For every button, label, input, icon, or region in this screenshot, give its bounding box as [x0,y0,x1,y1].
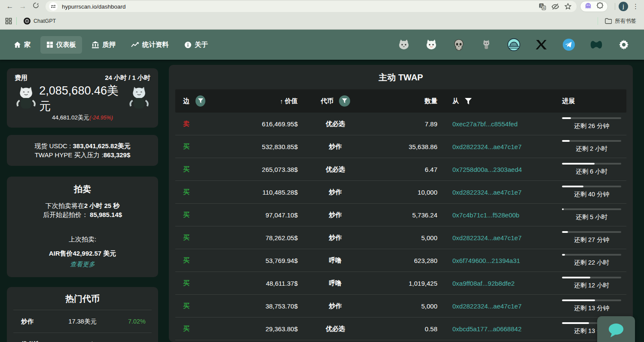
bookmark-chatgpt[interactable]: ChatGPT [21,16,58,26]
cat-icon-1[interactable] [397,38,410,51]
all-bookmarks-button[interactable]: 所有书签 [602,16,639,26]
profile-avatar[interactable]: j [619,2,628,11]
ghost-extension-icon[interactable] [584,2,592,11]
address-link[interactable]: 0xec27a7bf...c8554fed [452,120,518,128]
auction-next-time: 2 小时 25 秒 [84,202,120,209]
bridge-icon[interactable] [507,38,520,51]
toolbar-separator [615,3,615,10]
time-remaining: 还剩 6 小时 [562,168,621,176]
hot-token-row[interactable]: 优必选 89,810$ 7.03% [13,333,152,342]
progress-bar [562,163,621,165]
address-link[interactable]: 0x6f749600...21394a31 [452,257,520,264]
x-twitter-icon[interactable] [535,38,548,51]
hot-token-row[interactable]: 炒作 17.38美元 7.02% [13,310,152,333]
nav-item-stats[interactable]: 统计资料 [125,36,175,54]
address-link[interactable]: 0xd2822324...ae47c1e7 [452,302,522,310]
table-row[interactable]: 买 38,753.70$ 炒作 5,000 0xd2822324...ae47c… [175,295,626,318]
address-link[interactable]: 0xd2822324...ae47c1e7 [452,189,522,196]
progress-bar [562,186,621,187]
nav-item-staking[interactable]: 质押 [85,36,122,54]
sort-arrow-icon[interactable]: ↑ [280,98,284,105]
cat-icon-2[interactable] [425,38,438,51]
nav-label-about: 关于 [195,40,208,49]
eye-off-icon[interactable] [550,2,560,11]
side-cell: 买 [175,302,205,310]
apps-grid-icon[interactable] [5,18,12,24]
header-value[interactable]: 价值 [285,97,298,105]
table-row[interactable]: 买 48,611.37$ 呼噜 1,019,425 0xa9ff08af...9… [175,272,626,295]
progress-bar [562,277,621,278]
address-link[interactable]: 0x7c4b71c1...f528e00b [452,211,519,219]
value-cell: 38,753.70$ [205,302,298,310]
progress-fill [562,186,583,187]
cat-icon-3[interactable] [480,38,493,51]
auction-start-price: 85,985.14$ [90,211,122,218]
table-row[interactable]: 买 29,363.80$ 优必选 0.58 0xbcd5a177...a0668… [175,318,626,340]
table-row[interactable]: 买 110,485.28$ 炒作 10,000 0xd2822324...ae4… [175,181,626,204]
site-info-icon[interactable] [49,2,58,11]
side-cell: 买 [175,143,205,151]
token-cell: 优必选 [298,165,373,174]
twap-table-body: 卖 616,469.95$ 优必选 7.89 0xec27a7bf...c855… [175,113,626,340]
side-filter-icon[interactable] [195,95,205,107]
translate-icon[interactable]: 文A [537,2,547,11]
browser-toolbar: ← → hypurrscan.io/dashboard 文A [0,0,644,13]
table-row[interactable]: 卖 616,469.95$ 优必选 7.89 0xec27a7bf...c855… [175,113,626,135]
see-more-link[interactable]: 查看更多 [70,260,95,269]
time-remaining: 还剩 26 分钟 [562,122,621,130]
chat-widget-button[interactable] [597,316,635,342]
table-row[interactable]: 买 97,047.10$ 炒作 5,736.24 0x7c4b71c1...f5… [175,204,626,226]
table-row[interactable]: 买 265,073.38$ 优必选 6.47 0x7258d00a...2303… [175,158,626,181]
amount-cell: 5,000 [373,302,437,310]
bookmarks-bar: ChatGPT 所有书签 [0,13,644,30]
nav-item-dashboard[interactable]: 仪表板 [40,36,82,54]
telegram-icon[interactable] [562,38,575,51]
reload-icon[interactable] [29,0,42,13]
table-row[interactable]: 买 53,769.94$ 呼噜 623,280 0x6f749600...213… [175,249,626,272]
auction-start-prefix: 后开始起拍价： [43,211,90,218]
url-text[interactable]: hypurrscan.io/dashboard [62,3,534,10]
fees-1h-change: (-24.95%) [89,115,113,121]
progress-bar [562,299,621,301]
extensions-puzzle-icon[interactable] [596,2,604,11]
address-bar[interactable]: hypurrscan.io/dashboard 文A [46,1,577,12]
token-filter-icon[interactable] [339,95,350,107]
screen: ← → hypurrscan.io/dashboard 文A [0,0,644,342]
nav-label-stats: 统计资料 [142,40,169,49]
bookmark-star-icon[interactable] [563,2,573,11]
settings-gear-icon[interactable] [617,38,630,51]
forward-icon[interactable]: → [16,0,29,13]
amount-cell: 5,736.24 [373,211,437,219]
browser-menu-icon[interactable]: ⋮ [632,3,639,10]
address-link[interactable]: 0x7258d00a...2303aed4 [452,166,522,173]
progress-bar [562,117,621,119]
nav-item-about[interactable]: 关于 [178,36,214,54]
address-link[interactable]: 0xd2822324...ae47c1e7 [452,143,522,150]
progress-bar [562,208,621,210]
hot-tokens-list: 炒作 17.38美元 7.02% 优必选 89,810$ 7.03% [7,310,158,342]
chatgpt-favicon [24,18,31,24]
skull-icon[interactable] [452,38,465,51]
bookmark-chatgpt-label: ChatGPT [34,18,56,24]
hot-tokens-card: 热门代币 炒作 17.38美元 7.02% 优必选 89,810$ 7.03% [7,287,158,342]
amount-cell: 5,000 [373,234,437,241]
token-cell: 炒作 [298,143,373,151]
fees-period: 24 小时 / 1 小时 [105,74,150,82]
table-row[interactable]: 买 78,262.05$ 炒作 5,000 0xd2822324...ae47c… [175,226,626,249]
from-filter-icon[interactable] [465,98,472,104]
extensions-pill [580,1,608,12]
time-remaining: 还剩 13 分钟 [562,304,621,312]
address-link[interactable]: 0xd2822324...ae47c1e7 [452,234,522,241]
table-row[interactable]: 买 532,830.85$ 炒作 35,638.86 0xd2822324...… [175,135,626,158]
nav-item-home[interactable]: 家 [8,36,37,54]
nav-label-staking: 质押 [102,40,116,49]
header-side: 边 [183,97,189,105]
twap-pressure-label: TWAP HYPE 买入压力 : [35,151,104,159]
back-icon[interactable]: ← [3,0,16,13]
address-link[interactable]: 0xbcd5a177...a0668842 [452,325,522,333]
hyperliquid-icon[interactable] [590,38,603,51]
amount-cell: 35,638.86 [373,143,437,150]
progress-fill [562,208,564,210]
address-link[interactable]: 0xa9ff08af...92b8dfe2 [452,280,515,287]
hot-token-name: 炒作 [13,318,59,326]
